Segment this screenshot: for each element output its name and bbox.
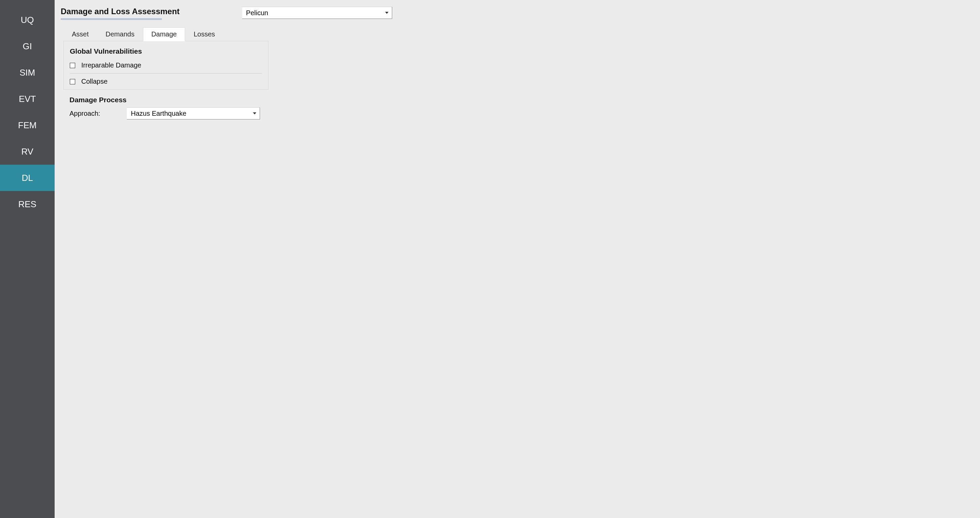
sidebar-item-label: RV (21, 147, 33, 157)
chevron-down-icon (253, 112, 256, 115)
sidebar-item-dl[interactable]: DL (0, 165, 55, 191)
sidebar-item-rv[interactable]: RV (0, 139, 55, 165)
sidebar-item-res[interactable]: RES (0, 191, 55, 217)
damage-process-section: Damage Process Approach: Hazus Earthquak… (64, 96, 269, 120)
damage-process-title: Damage Process (70, 96, 262, 104)
divider (70, 73, 262, 73)
tab-label: Damage (151, 30, 177, 38)
irreparable-damage-row: Irreparable Damage (70, 59, 262, 72)
sidebar: UQ GI SIM EVT FEM RV DL RES (0, 0, 55, 518)
tab-demands[interactable]: Demands (97, 27, 143, 41)
sidebar-item-label: EVT (19, 94, 36, 104)
tab-damage[interactable]: Damage (143, 27, 186, 41)
collapse-checkbox[interactable] (70, 79, 75, 84)
sidebar-item-sim[interactable]: SIM (0, 59, 55, 86)
sidebar-item-label: FEM (18, 120, 37, 131)
approach-select[interactable]: Hazus Earthquake (127, 107, 260, 120)
engine-select[interactable]: Pelicun (242, 7, 392, 19)
main-content: Damage and Loss Assessment Pelicun Asset… (55, 0, 980, 518)
sidebar-item-evt[interactable]: EVT (0, 86, 55, 112)
sidebar-item-label: DL (22, 173, 33, 183)
tab-losses[interactable]: Losses (185, 27, 223, 41)
sidebar-item-uq[interactable]: UQ (0, 7, 55, 33)
sidebar-item-label: RES (18, 199, 36, 210)
chevron-down-icon (385, 12, 388, 14)
header-row: Damage and Loss Assessment Pelicun (61, 7, 974, 20)
sidebar-item-fem[interactable]: FEM (0, 112, 55, 139)
title-block: Damage and Loss Assessment (61, 7, 180, 20)
title-underline (61, 18, 162, 20)
irreparable-damage-label: Irreparable Damage (81, 61, 141, 69)
approach-row: Approach: Hazus Earthquake (70, 107, 262, 120)
sidebar-item-label: GI (22, 41, 32, 52)
tab-label: Demands (105, 30, 135, 38)
tabs: Asset Demands Damage Losses (64, 27, 974, 41)
sidebar-item-label: SIM (19, 67, 35, 78)
collapse-row: Collapse (70, 75, 262, 88)
tab-label: Losses (194, 30, 215, 38)
approach-select-value: Hazus Earthquake (131, 110, 186, 118)
global-vulnerabilities-title: Global Vulnerabilities (70, 47, 262, 55)
global-vulnerabilities-panel: Global Vulnerabilities Irreparable Damag… (64, 41, 269, 90)
irreparable-damage-checkbox[interactable] (70, 63, 75, 68)
engine-select-value: Pelicun (246, 9, 269, 17)
tab-label: Asset (72, 30, 89, 38)
page-title: Damage and Loss Assessment (61, 7, 180, 16)
tab-asset[interactable]: Asset (64, 27, 97, 41)
sidebar-item-gi[interactable]: GI (0, 33, 55, 59)
collapse-label: Collapse (81, 78, 108, 85)
approach-label: Approach: (70, 110, 120, 118)
sidebar-item-label: UQ (21, 15, 34, 25)
